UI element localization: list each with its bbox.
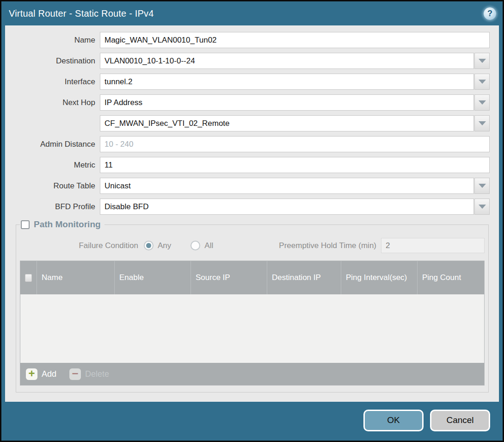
chevron-down-icon bbox=[479, 184, 486, 188]
next-hop-row: Next Hop bbox=[7, 94, 490, 111]
chevron-down-icon bbox=[479, 205, 486, 209]
add-button-label: Add bbox=[42, 369, 56, 379]
minus-icon: − bbox=[69, 368, 81, 380]
admin-distance-row: Admin Distance bbox=[7, 136, 490, 152]
help-icon[interactable]: ? bbox=[484, 7, 496, 20]
radio-all-label: All bbox=[204, 241, 213, 250]
add-button[interactable]: + Add bbox=[26, 368, 56, 380]
table-header-ping-interval[interactable]: Ping Interval(sec) bbox=[341, 261, 418, 294]
path-monitoring-legend: Path Monitoring bbox=[20, 219, 104, 230]
next-hop-address-input[interactable] bbox=[100, 115, 474, 131]
next-hop-type-input[interactable] bbox=[100, 94, 474, 111]
interface-dropdown-button[interactable] bbox=[474, 74, 490, 90]
bfd-profile-dropdown-button[interactable] bbox=[474, 199, 490, 215]
radio-option-all[interactable]: All bbox=[191, 241, 213, 250]
name-row: Name bbox=[7, 32, 490, 48]
dialog-footer: OK Cancel bbox=[1, 402, 503, 441]
route-table-dropdown-button[interactable] bbox=[474, 178, 490, 194]
bfd-profile-input[interactable] bbox=[100, 199, 474, 215]
delete-button[interactable]: − Delete bbox=[69, 368, 109, 380]
dialog-title: Virtual Router - Static Route - IPv4 bbox=[9, 8, 154, 19]
metric-row: Metric bbox=[7, 157, 490, 173]
delete-button-label: Delete bbox=[85, 369, 109, 379]
route-table-input[interactable] bbox=[100, 178, 474, 194]
destination-input[interactable] bbox=[100, 53, 474, 69]
next-hop-label: Next Hop bbox=[7, 98, 100, 107]
cancel-button[interactable]: Cancel bbox=[430, 410, 490, 431]
preemptive-hold-time-group: Preemptive Hold Time (min) bbox=[279, 238, 485, 253]
chevron-down-icon bbox=[479, 80, 486, 84]
select-all-checkbox[interactable] bbox=[25, 274, 32, 282]
chevron-down-icon bbox=[479, 100, 486, 105]
radio-option-any[interactable]: Any bbox=[144, 241, 171, 250]
preemptive-hold-time-label: Preemptive Hold Time (min) bbox=[279, 241, 381, 250]
bfd-profile-row: BFD Profile bbox=[7, 199, 490, 215]
failure-condition-label: Failure Condition bbox=[20, 241, 144, 250]
table-header-destination-ip[interactable]: Destination IP bbox=[267, 261, 341, 294]
destination-dropdown-button[interactable] bbox=[474, 53, 490, 69]
next-hop-address-dropdown-button[interactable] bbox=[474, 115, 490, 131]
chevron-down-icon bbox=[479, 59, 486, 63]
failure-condition-radio-group: Any All bbox=[144, 241, 213, 250]
table-body-empty bbox=[20, 294, 484, 363]
destination-row: Destination bbox=[7, 53, 490, 69]
failure-condition-row: Failure Condition Any All Preemptive Hol… bbox=[20, 238, 485, 253]
static-route-dialog: Virtual Router - Static Route - IPv4 ? N… bbox=[0, 0, 504, 442]
table-header-select bbox=[20, 261, 37, 294]
path-monitoring-section: Path Monitoring Failure Condition Any Al… bbox=[16, 219, 489, 392]
route-table-row: Route Table bbox=[7, 178, 490, 194]
next-hop-dropdown-button[interactable] bbox=[474, 94, 490, 111]
bfd-profile-label: BFD Profile bbox=[7, 202, 100, 212]
interface-label: Interface bbox=[7, 77, 100, 87]
table-header-row: Name Enable Source IP Destination IP Pin… bbox=[20, 261, 484, 294]
path-monitoring-title: Path Monitoring bbox=[34, 219, 101, 230]
radio-any-label: Any bbox=[158, 241, 171, 250]
table-header-enable[interactable]: Enable bbox=[115, 261, 191, 294]
plus-icon: + bbox=[26, 368, 37, 380]
titlebar: Virtual Router - Static Route - IPv4 ? bbox=[1, 1, 503, 25]
metric-label: Metric bbox=[7, 161, 100, 170]
name-label: Name bbox=[7, 36, 100, 45]
table-footer: + Add − Delete bbox=[20, 363, 484, 385]
next-hop-address-row bbox=[7, 115, 490, 131]
name-input[interactable] bbox=[100, 32, 490, 48]
destination-label: Destination bbox=[7, 56, 100, 66]
table-header-source-ip[interactable]: Source IP bbox=[191, 261, 267, 294]
interface-input[interactable] bbox=[100, 74, 474, 90]
radio-unselected-icon bbox=[191, 241, 200, 250]
dialog-content: Name Destination Interface bbox=[5, 25, 499, 402]
radio-selected-icon bbox=[144, 241, 154, 250]
table-header-name[interactable]: Name bbox=[37, 261, 115, 294]
route-table-label: Route Table bbox=[7, 181, 100, 191]
chevron-down-icon bbox=[479, 121, 486, 125]
path-monitoring-checkbox[interactable] bbox=[21, 220, 30, 229]
ok-button[interactable]: OK bbox=[363, 410, 424, 431]
path-monitoring-table: Name Enable Source IP Destination IP Pin… bbox=[20, 261, 485, 386]
metric-input[interactable] bbox=[100, 157, 490, 173]
admin-distance-input[interactable] bbox=[100, 136, 490, 152]
admin-distance-label: Admin Distance bbox=[7, 140, 100, 149]
interface-row: Interface bbox=[7, 74, 490, 90]
table-header-ping-count[interactable]: Ping Count bbox=[418, 261, 484, 294]
preemptive-hold-time-input[interactable] bbox=[381, 238, 485, 253]
